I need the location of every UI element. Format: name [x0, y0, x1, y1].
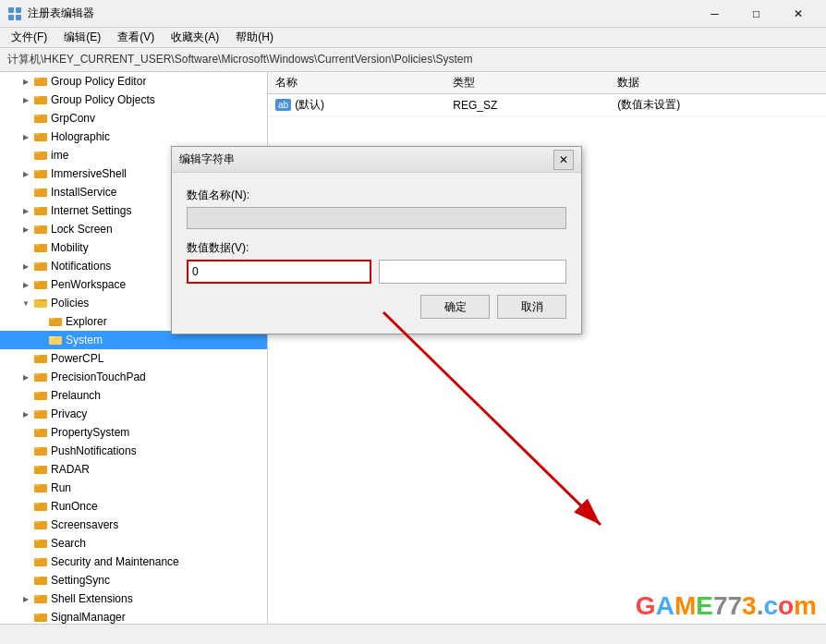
expand-arrow	[18, 148, 33, 163]
folder-icon	[33, 74, 48, 89]
expand-arrow[interactable]	[18, 591, 33, 606]
maximize-button[interactable]: □	[735, 0, 777, 28]
expand-arrow[interactable]	[18, 296, 33, 310]
tree-label: RADAR	[51, 463, 90, 476]
tree-label: Security and Maintenance	[51, 555, 179, 568]
svg-rect-34	[49, 336, 55, 338]
menu-edit[interactable]: 编辑(E)	[56, 28, 108, 47]
dialog-title: 编辑字符串	[179, 152, 235, 167]
menu-favorites[interactable]: 收藏夹(A)	[164, 28, 226, 47]
svg-rect-21	[34, 225, 40, 227]
tree-item-pushnotifications[interactable]: PushNotifications	[0, 442, 267, 460]
tree-label: PowerCPL	[51, 352, 103, 365]
tree-item-runonce[interactable]: RunOnce	[0, 497, 267, 516]
cancel-button[interactable]: 取消	[497, 295, 566, 319]
minimize-button[interactable]: ─	[694, 0, 735, 28]
field-data-row	[187, 260, 566, 284]
menu-view[interactable]: 查看(V)	[110, 28, 162, 47]
tree-item-precisiontouchpad[interactable]: PrecisionTouchPad	[0, 368, 267, 386]
menu-help[interactable]: 帮助(H)	[228, 28, 281, 47]
expand-arrow[interactable]	[18, 129, 33, 144]
tree-item-privacy[interactable]: Privacy	[0, 405, 267, 423]
tree-item-security-maintenance[interactable]: Security and Maintenance	[0, 553, 267, 571]
expand-arrow	[18, 111, 33, 126]
tree-item-screensavers[interactable]: Screensavers	[0, 516, 267, 534]
svg-rect-2	[8, 15, 14, 20]
field-name-label: 数值名称(N):	[187, 188, 566, 203]
folder-icon	[33, 407, 48, 421]
tree-item-shell-extensions[interactable]: Shell Extensions	[0, 589, 267, 608]
svg-rect-60	[34, 577, 40, 578]
svg-rect-64	[34, 614, 40, 615]
folder-icon	[33, 111, 48, 126]
svg-rect-58	[34, 558, 40, 560]
svg-rect-23	[34, 244, 40, 246]
folder-icon	[33, 462, 48, 477]
ok-button[interactable]: 确定	[420, 295, 490, 319]
expand-arrow[interactable]	[18, 407, 33, 421]
folder-icon	[33, 536, 48, 551]
folder-icon	[33, 517, 48, 532]
expand-arrow[interactable]	[18, 166, 33, 181]
expand-arrow	[18, 480, 33, 495]
tree-item-powercpl[interactable]: PowerCPL	[0, 349, 267, 368]
expand-arrow	[18, 536, 33, 551]
expand-arrow	[18, 425, 33, 440]
col-header-name: 名称	[268, 72, 445, 94]
svg-rect-40	[34, 392, 40, 394]
svg-rect-32	[49, 318, 55, 320]
tree-item-settingsync[interactable]: SettingSync	[0, 571, 267, 589]
dialog-close-button[interactable]: ✕	[553, 150, 574, 170]
tree-label: Group Policy Editor	[51, 75, 146, 88]
tree-label: Policies	[51, 297, 89, 310]
menu-file[interactable]: 文件(F)	[4, 28, 55, 47]
close-button[interactable]: ✕	[777, 0, 819, 28]
expand-arrow[interactable]	[18, 370, 33, 384]
tree-label: Holographic	[51, 130, 110, 143]
tree-label: SettingSync	[51, 574, 110, 587]
folder-icon	[33, 92, 48, 107]
tree-label: ime	[51, 149, 68, 162]
tree-label: PrecisionTouchPad	[51, 371, 146, 383]
expand-arrow	[18, 610, 33, 624]
folder-icon	[33, 259, 48, 273]
tree-item-group-policy-objects[interactable]: Group Policy Objects	[0, 91, 267, 109]
svg-rect-56	[34, 540, 40, 541]
expand-arrow[interactable]	[18, 277, 33, 292]
tree-item-group-policy-editor[interactable]: Group Policy Editor	[0, 72, 267, 91]
cell-type: REG_SZ	[445, 94, 610, 116]
expand-arrow	[18, 351, 33, 366]
svg-rect-38	[34, 373, 40, 375]
svg-rect-46	[34, 447, 40, 449]
tree-item-grpconv[interactable]: GrpConv	[0, 109, 267, 128]
expand-arrow[interactable]	[18, 222, 33, 237]
ab-icon: ab	[275, 99, 291, 111]
svg-rect-36	[34, 355, 40, 357]
expand-arrow[interactable]	[18, 92, 33, 107]
tree-item-signalmanager[interactable]: SignalManager	[0, 608, 267, 624]
tree-item-holographic[interactable]: Holographic	[0, 128, 267, 146]
folder-icon	[33, 277, 48, 292]
dialog-titlebar: 编辑字符串 ✕	[172, 147, 581, 173]
svg-rect-48	[34, 466, 40, 468]
field-name-input[interactable]	[187, 207, 566, 229]
col-header-data: 数据	[610, 72, 826, 94]
tree-item-prelaunch[interactable]: Prelaunch	[0, 386, 267, 405]
expand-arrow	[18, 573, 33, 588]
app-icon	[7, 6, 22, 21]
expand-arrow[interactable]	[18, 74, 33, 89]
field-data-input-right[interactable]	[379, 260, 566, 284]
folder-icon-open	[33, 296, 48, 310]
tree-item-run[interactable]: Run	[0, 479, 267, 497]
tree-item-propertysystem[interactable]: PropertySystem	[0, 423, 267, 442]
expand-arrow[interactable]	[18, 259, 33, 273]
svg-rect-54	[34, 521, 40, 523]
table-row[interactable]: ab (默认) REG_SZ (数值未设置)	[268, 94, 826, 116]
expand-arrow[interactable]	[18, 203, 33, 218]
col-header-type: 类型	[445, 72, 610, 94]
svg-rect-29	[34, 299, 40, 301]
svg-rect-19	[34, 207, 40, 209]
tree-item-search[interactable]: Search	[0, 534, 267, 553]
tree-item-radar[interactable]: RADAR	[0, 460, 267, 479]
field-data-input[interactable]	[187, 260, 371, 284]
